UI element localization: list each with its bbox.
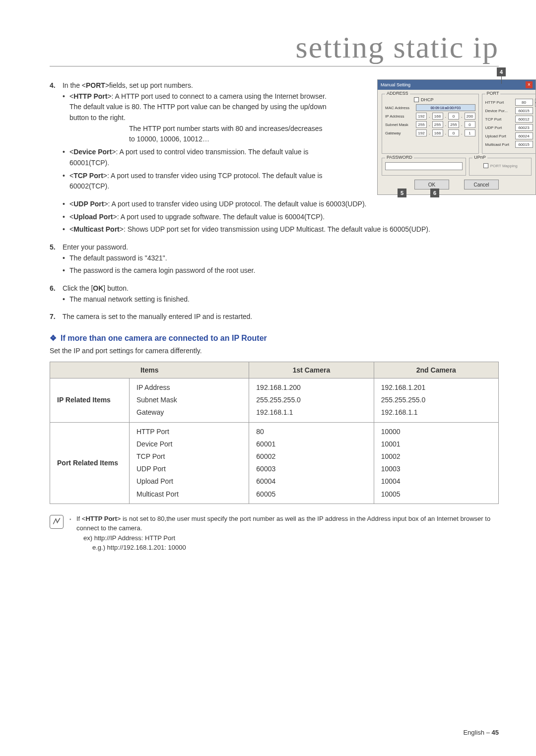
ip-oct-4[interactable]: 200 bbox=[465, 113, 475, 120]
gw-oct-4[interactable]: 1 bbox=[465, 129, 475, 136]
term-multicast: Multicast Port bbox=[73, 225, 120, 233]
cell-cam2-ip: 192.168.1.201 255.255.255.0 192.168.1.1 bbox=[374, 378, 498, 423]
list-item: <TCP Port>: A port used to transfer vide… bbox=[63, 171, 328, 192]
upload-desc: : A port used to upgrade software. The d… bbox=[117, 213, 325, 221]
term-device: Device Port bbox=[73, 148, 112, 156]
sn-oct-1[interactable]: 255 bbox=[416, 121, 427, 128]
port-val-http[interactable]: 80 bbox=[515, 99, 533, 106]
password-input[interactable] bbox=[385, 162, 463, 170]
ip-oct-3[interactable]: 0 bbox=[448, 113, 459, 120]
sn-oct-2[interactable]: 255 bbox=[432, 121, 443, 128]
port-val-upload[interactable]: 60024 bbox=[515, 132, 533, 139]
mac-value: 00:09:18:a0:00:F03 bbox=[416, 104, 475, 111]
dhcp-checkbox[interactable] bbox=[414, 97, 419, 102]
list-item: <Upload Port>: A port used to upgrade so… bbox=[63, 212, 499, 223]
step-6: 6. Click the [OK] button. The manual net… bbox=[50, 283, 499, 305]
cell-labels-port: HTTP Port Device Port TCP Port UDP Port … bbox=[130, 422, 249, 504]
step-7-text: The camera is set to the manually entere… bbox=[63, 313, 253, 320]
th-cam2: 2nd Camera bbox=[374, 362, 498, 378]
note-box: If <HTTP Port> is not set to 80,the user… bbox=[50, 514, 499, 553]
step-5: 5. Enter your password. The default pass… bbox=[50, 242, 499, 276]
port-val-tcp[interactable]: 60012 bbox=[515, 116, 533, 123]
close-icon[interactable]: × bbox=[526, 81, 533, 88]
sn-oct-4[interactable]: 0 bbox=[465, 121, 475, 128]
page-header: setting static ip bbox=[50, 30, 499, 66]
multicast-desc: : Shows UDP port set for video transmiss… bbox=[124, 225, 430, 233]
address-legend: ADDRESS bbox=[385, 91, 410, 96]
ip-label: IP Address bbox=[385, 114, 414, 119]
gw-oct-2[interactable]: 168 bbox=[432, 129, 443, 136]
upnp-checkbox[interactable] bbox=[483, 163, 488, 168]
term-upload: Upload Port bbox=[73, 213, 113, 221]
ip-oct-1[interactable]: 192 bbox=[416, 113, 427, 120]
term-udp: UDP Port bbox=[73, 200, 104, 208]
mac-label: MAC Address bbox=[385, 106, 414, 110]
password-legend: PASSWORD bbox=[385, 155, 414, 160]
manual-setting-dialog: 4 Manual Setting × ADDRESS DHCP MAC Addr… bbox=[377, 79, 536, 195]
term-http: HTTP Port bbox=[73, 92, 107, 100]
port-val-multicast[interactable]: 60015 bbox=[515, 141, 533, 148]
note-text: If <HTTP Port> is not set to 80,the user… bbox=[69, 514, 499, 553]
footer-lang: English – bbox=[463, 729, 489, 736]
step-num-5: 5. bbox=[50, 242, 61, 253]
list-item: The default password is "4321". bbox=[63, 253, 499, 264]
upnp-label: PORT Mapping bbox=[490, 164, 518, 168]
cell-cam1-port: 80 60001 60002 60003 60004 60005 bbox=[249, 422, 374, 504]
ok-button[interactable]: OK bbox=[414, 180, 449, 189]
upnp-fieldset: UPnP PORT Mapping bbox=[469, 158, 532, 176]
step-7: 7. The camera is set to the manually ent… bbox=[50, 312, 499, 322]
list-item: <UDP Port>: A port used to transfer vide… bbox=[63, 199, 499, 210]
list-item: <Multicast Port>: Shows UDP port set for… bbox=[63, 224, 499, 235]
footer-page: 45 bbox=[492, 729, 499, 736]
port-label-upload: Upload Port bbox=[485, 134, 513, 138]
cell-cam2-port: 10000 10001 10002 10003 10004 10005 bbox=[374, 422, 498, 504]
th-cam1: 1st Camera bbox=[249, 362, 374, 378]
cell-cam1-ip: 192.168.1.200 255.255.255.0 192.168.1.1 bbox=[249, 378, 374, 423]
page-title: setting static ip bbox=[50, 30, 499, 65]
gw-oct-3[interactable]: 0 bbox=[448, 129, 459, 136]
cell-labels-ip: IP Address Subnet Mask Gateway bbox=[130, 378, 249, 423]
sn-oct-3[interactable]: 255 bbox=[448, 121, 459, 128]
address-fieldset: ADDRESS DHCP MAC Address 00:09:18:a0:00:… bbox=[382, 94, 479, 154]
step-5-text: Enter your password. bbox=[63, 243, 128, 251]
dhcp-label: DHCP bbox=[421, 97, 434, 102]
list-item: The password is the camera login passwor… bbox=[63, 265, 499, 276]
dialog-title: Manual Setting bbox=[381, 82, 410, 87]
section-intro: Set the IP and port settings for camera … bbox=[50, 347, 499, 355]
diamond-icon: ❖ bbox=[50, 334, 57, 342]
password-fieldset: PASSWORD bbox=[382, 158, 466, 176]
callout-6: 6 bbox=[430, 189, 439, 197]
port-label-device: Device Por... bbox=[485, 109, 513, 113]
ip-oct-2[interactable]: 168 bbox=[432, 113, 443, 120]
settings-table: Items 1st Camera 2nd Camera IP Related I… bbox=[50, 362, 499, 504]
step-num-6: 6. bbox=[50, 283, 61, 294]
list-item: <HTTP Port>: A HTTP port used to connect… bbox=[63, 91, 328, 145]
port-label-udp: UDP Port bbox=[485, 126, 513, 130]
port-label-http: HTTP Port bbox=[485, 100, 513, 105]
table-row: Port Related Items HTTP Port Device Port… bbox=[50, 422, 499, 504]
port-fieldset: PORT HTTP Port 80 ▴ ▾ Device Por... 6001… bbox=[482, 94, 536, 154]
cancel-button[interactable]: Cancel bbox=[464, 180, 499, 189]
port-label-multicast: Multicast Port bbox=[485, 142, 513, 147]
gw-oct-1[interactable]: 192 bbox=[416, 129, 427, 136]
gateway-label: Gateway bbox=[385, 131, 414, 135]
row-head-port: Port Related Items bbox=[50, 422, 130, 504]
dhcp-checkbox-row: DHCP bbox=[414, 97, 475, 102]
callout-4: 4 bbox=[497, 67, 506, 76]
th-items: Items bbox=[50, 362, 249, 378]
row-head-ip: IP Related Items bbox=[50, 378, 130, 423]
port-label-tcp: TCP Port bbox=[485, 117, 513, 122]
page-footer: English – 45 bbox=[463, 729, 499, 736]
term-tcp: TCP Port bbox=[73, 172, 103, 180]
http-desc: : A HTTP port used to connect to a camer… bbox=[69, 92, 327, 122]
http-extra: The HTTP port number starts with 80 and … bbox=[129, 124, 328, 145]
list-item: The manual network setting is finished. bbox=[63, 294, 499, 305]
port-val-udp[interactable]: 60023 bbox=[515, 124, 533, 131]
upnp-legend: UPnP bbox=[472, 155, 487, 160]
subnet-label: Subnet Mask bbox=[385, 123, 414, 127]
step-num-7: 7. bbox=[50, 312, 61, 322]
callout-5: 5 bbox=[398, 189, 406, 197]
list-item: <Device Port>: A port used to control vi… bbox=[63, 147, 328, 168]
port-val-device[interactable]: 60015 bbox=[515, 107, 533, 114]
udp-desc: : A port used to transfer video using UD… bbox=[108, 200, 367, 208]
